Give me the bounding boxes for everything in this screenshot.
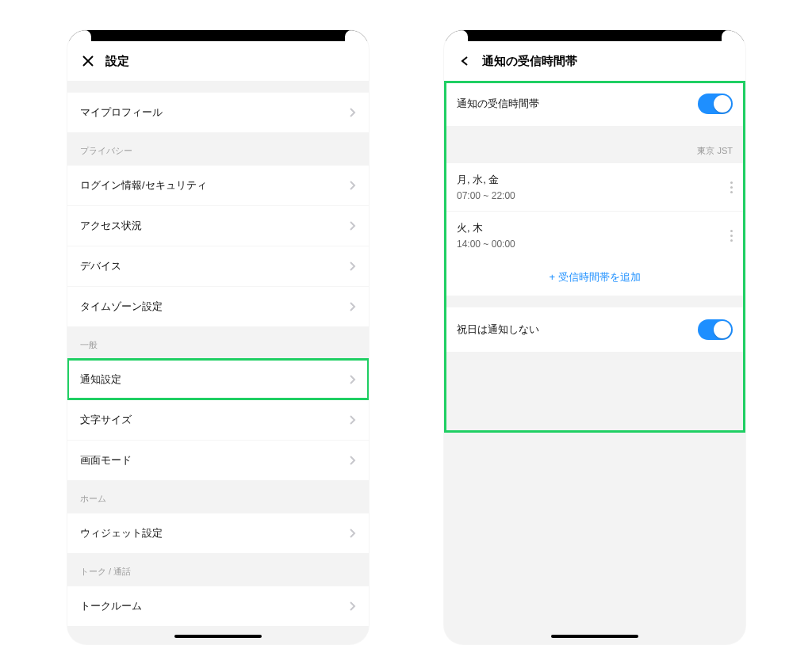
home-indicator [551,635,638,638]
chevron-right-icon [348,180,356,191]
home-indicator [174,635,262,638]
chevron-right-icon [348,301,356,312]
settings-row-label: トークルーム [80,599,142,613]
settings-row-label: アクセス状況 [80,219,142,233]
notification-window-toggle-row[interactable]: 通知の受信時間帯 [444,81,745,126]
settings-row-label: タイムゾーン設定 [80,300,163,314]
add-receive-window-label: + 受信時間帯を追加 [549,271,640,283]
chevron-right-icon [348,528,356,539]
add-receive-window-button[interactable]: + 受信時間帯を追加 [444,259,745,296]
settings-row[interactable]: デバイス [67,246,369,286]
notification-window-toggle-label: 通知の受信時間帯 [457,97,539,111]
schedule-time: 07:00 ~ 22:00 [457,190,515,201]
chevron-right-icon [348,374,356,385]
settings-row[interactable]: トークルーム [67,586,369,626]
device-frame-top [444,30,745,41]
section-gap [444,296,745,307]
settings-row-label: デバイス [80,259,121,273]
settings-row-label: 画面モード [80,453,132,468]
settings-header: 設定 [67,41,369,81]
settings-row[interactable]: 通知設定 [67,359,369,399]
settings-row[interactable]: マイプロフィール [67,92,369,132]
device-frame-top [67,30,369,41]
settings-row-label: 通知設定 [80,372,121,387]
settings-row-label: ログイン情報/セキュリティ [80,178,207,193]
more-icon[interactable] [730,181,733,193]
notification-header: 通知の受信時間帯 [444,41,745,81]
section-label: プライバシー [67,132,369,165]
schedule-info: 月, 水, 金07:00 ~ 22:00 [457,173,515,201]
settings-title: 設定 [105,54,129,69]
more-icon[interactable] [730,230,733,242]
settings-row[interactable]: タイムゾーン設定 [67,286,369,326]
chevron-right-icon [348,220,356,231]
back-icon[interactable] [457,53,473,69]
settings-row[interactable]: 画面モード [67,440,369,480]
settings-row-label: ウィジェット設定 [80,526,163,540]
settings-row[interactable]: ログイン情報/セキュリティ [67,165,369,205]
section-gap [67,81,369,92]
close-icon[interactable] [80,53,96,69]
phone-notification-window: 通知の受信時間帯 通知の受信時間帯 東京 JST 月, 水, 金07:00 ~ … [444,30,745,644]
toggle-switch[interactable] [698,94,733,114]
chevron-right-icon [348,455,356,466]
timezone-note: 東京 JST [444,126,745,163]
settings-row[interactable]: 文字サイズ [67,399,369,440]
schedule-info: 火, 木14:00 ~ 00:00 [457,221,515,250]
chevron-right-icon [348,261,356,272]
holiday-toggle-row[interactable]: 祝日は通知しない [444,307,745,352]
settings-list: マイプロフィールプライバシーログイン情報/セキュリティアクセス状況デバイスタイム… [67,81,369,626]
chevron-right-icon [348,601,356,612]
section-label: トーク / 通話 [67,553,369,586]
schedule-time: 14:00 ~ 00:00 [457,239,515,250]
schedule-days: 月, 水, 金 [457,173,515,187]
chevron-right-icon [348,107,356,118]
section-label: ホーム [67,480,369,513]
phone-settings: 設定 マイプロフィールプライバシーログイン情報/セキュリティアクセス状況デバイス… [67,30,369,644]
chevron-right-icon [348,414,356,426]
schedule-days: 火, 木 [457,221,515,235]
section-label: 一般 [67,326,369,359]
settings-row[interactable]: ウィジェット設定 [67,513,369,553]
holiday-toggle-label: 祝日は通知しない [457,323,539,337]
settings-row[interactable]: アクセス状況 [67,205,369,246]
settings-row-label: マイプロフィール [80,105,163,120]
schedule-row[interactable]: 火, 木14:00 ~ 00:00 [444,211,745,259]
toggle-switch[interactable] [698,319,733,340]
schedule-row[interactable]: 月, 水, 金07:00 ~ 22:00 [444,163,745,211]
settings-row-label: 文字サイズ [80,413,132,427]
notification-title: 通知の受信時間帯 [482,54,577,69]
